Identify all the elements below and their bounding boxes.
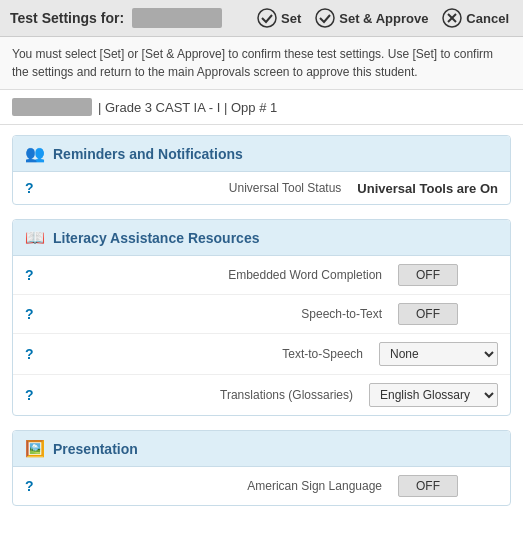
header: Test Settings for: Set Set & Approve xyxy=(0,0,523,37)
student-row: | Grade 3 CAST IA - I | Opp # 1 xyxy=(0,90,523,125)
section-reminders-header: 👥 Reminders and Notifications xyxy=(13,136,510,172)
set-label: Set xyxy=(281,11,301,26)
reminders-icon: 👥 xyxy=(25,144,45,163)
header-actions: Set Set & Approve Cancel xyxy=(253,6,513,30)
section-literacy-header: 📖 Literacy Assistance Resources xyxy=(13,220,510,256)
set-check-icon xyxy=(257,8,277,28)
setting-row-speech-to-text: ? Speech-to-Text OFF xyxy=(13,295,510,334)
universal-tool-value: Universal Tools are On xyxy=(357,181,498,196)
presentation-title: Presentation xyxy=(53,441,138,457)
svg-point-1 xyxy=(316,9,334,27)
svg-point-0 xyxy=(258,9,276,27)
speech-to-text-label: Speech-to-Text xyxy=(43,307,398,321)
student-name-box xyxy=(12,98,92,116)
cancel-label: Cancel xyxy=(466,11,509,26)
setting-row-universal-tool: ? Universal Tool Status Universal Tools … xyxy=(13,172,510,204)
cancel-button[interactable]: Cancel xyxy=(438,6,513,30)
help-icon-asl[interactable]: ? xyxy=(25,478,43,494)
presentation-icon: 🖼️ xyxy=(25,439,45,458)
section-reminders: 👥 Reminders and Notifications ? Universa… xyxy=(12,135,511,205)
set-approve-icon xyxy=(315,8,335,28)
text-to-speech-label: Text-to-Speech xyxy=(43,347,379,361)
universal-tool-label: Universal Tool Status xyxy=(43,181,357,195)
glossaries-label: Translations (Glossaries) xyxy=(43,388,369,402)
setting-row-glossaries: ? Translations (Glossaries) None English… xyxy=(13,375,510,415)
reminders-title: Reminders and Notifications xyxy=(53,146,243,162)
set-approve-label: Set & Approve xyxy=(339,11,428,26)
glossaries-select[interactable]: None English Glossary Spanish Glossary xyxy=(369,383,498,407)
info-bar: You must select [Set] or [Set & Approve]… xyxy=(0,37,523,90)
word-completion-value: OFF xyxy=(398,264,498,286)
speech-to-text-value: OFF xyxy=(398,303,498,325)
speech-to-text-badge: OFF xyxy=(398,303,458,325)
text-to-speech-select[interactable]: None Text Only Text & Graphics xyxy=(379,342,498,366)
help-icon-universal[interactable]: ? xyxy=(25,180,43,196)
header-title: Test Settings for: xyxy=(10,10,124,26)
section-presentation-header: 🖼️ Presentation xyxy=(13,431,510,467)
section-literacy: 📖 Literacy Assistance Resources ? Embedd… xyxy=(12,219,511,416)
set-approve-button[interactable]: Set & Approve xyxy=(311,6,432,30)
info-text: You must select [Set] or [Set & Approve]… xyxy=(12,47,493,79)
setting-row-asl: ? American Sign Language OFF xyxy=(13,467,510,505)
section-presentation: 🖼️ Presentation ? American Sign Language… xyxy=(12,430,511,506)
cancel-icon xyxy=(442,8,462,28)
asl-badge: OFF xyxy=(398,475,458,497)
main-content: 👥 Reminders and Notifications ? Universa… xyxy=(0,125,523,537)
setting-row-text-to-speech: ? Text-to-Speech None Text Only Text & G… xyxy=(13,334,510,375)
asl-label: American Sign Language xyxy=(43,479,398,493)
universal-tool-status: Universal Tools are On xyxy=(357,181,498,196)
help-icon-tts[interactable]: ? xyxy=(25,346,43,362)
setting-row-word-completion: ? Embedded Word Completion OFF xyxy=(13,256,510,295)
help-icon-glossaries[interactable]: ? xyxy=(25,387,43,403)
literacy-title: Literacy Assistance Resources xyxy=(53,230,259,246)
help-icon-speech[interactable]: ? xyxy=(25,306,43,322)
word-completion-label: Embedded Word Completion xyxy=(43,268,398,282)
literacy-icon: 📖 xyxy=(25,228,45,247)
asl-value: OFF xyxy=(398,475,498,497)
page-wrapper: Test Settings for: Set Set & Approve xyxy=(0,0,523,537)
set-button[interactable]: Set xyxy=(253,6,305,30)
student-info-text: | Grade 3 CAST IA - I | Opp # 1 xyxy=(98,100,277,115)
text-to-speech-value: None Text Only Text & Graphics xyxy=(379,342,498,366)
word-completion-badge: OFF xyxy=(398,264,458,286)
glossaries-value: None English Glossary Spanish Glossary xyxy=(369,383,498,407)
help-icon-word-completion[interactable]: ? xyxy=(25,267,43,283)
student-name-placeholder xyxy=(132,8,222,28)
